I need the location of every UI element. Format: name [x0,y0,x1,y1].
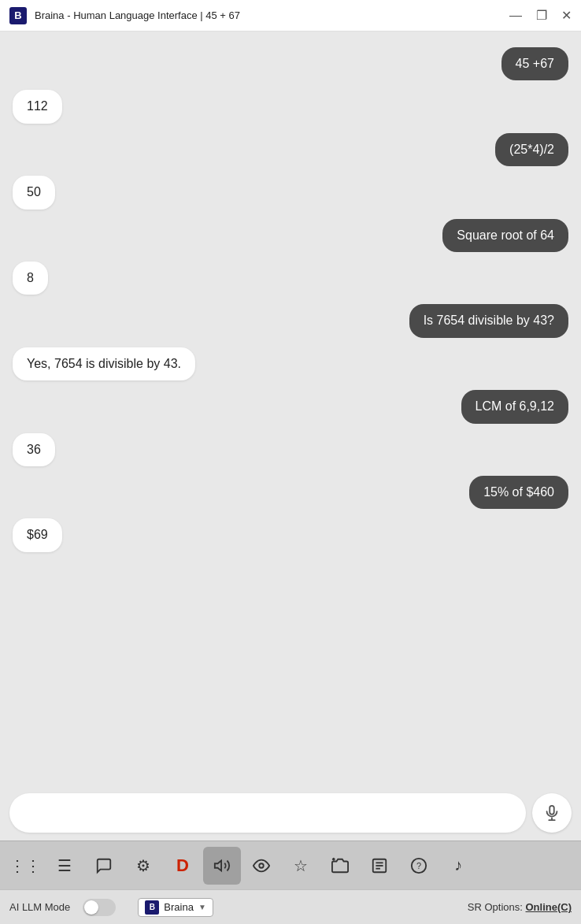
bot-message: Yes, 7654 is divisible by 43. [13,347,195,380]
sr-options: SR Options: Online(C) [468,901,572,913]
music-icon[interactable]: ♪ [439,847,477,885]
message-row: 15% of $460 [13,476,568,509]
user-message: 15% of $460 [469,476,568,509]
bot-message: 112 [13,90,62,123]
message-row: $69 [13,518,568,551]
status-bar: AI LLM Mode B Braina ▼ SR Options: Onlin… [0,889,581,924]
eye-icon[interactable] [242,847,280,885]
message-row: Yes, 7654 is divisible by 43. [13,347,568,380]
sr-options-link[interactable]: Online(C) [526,901,572,913]
svg-text:?: ? [416,860,421,870]
d-icon[interactable]: D [164,847,202,885]
toolbar: ⋮⋮☰⚙D☆?♪ [0,841,581,889]
title-bar-text: Braina - Human Language Interface | 45 +… [35,9,509,21]
message-row: LCM of 6,9,12 [13,390,568,423]
help-icon[interactable]: ? [400,847,438,885]
minimize-button[interactable]: — [509,9,522,23]
user-message: LCM of 6,9,12 [461,390,569,423]
bot-message: 36 [13,433,55,466]
sr-options-label: SR Options: [468,901,523,913]
app-logo: B [9,7,27,24]
drag-handle-icon[interactable]: ⋮⋮ [6,847,44,885]
star-icon[interactable]: ☆ [282,847,320,885]
message-row: 8 [13,262,568,295]
chat-area: 45 +67112(25*4)/250Square root of 648Is … [0,32,581,785]
chat-icon[interactable] [85,847,123,885]
settings-icon[interactable]: ⚙ [124,847,162,885]
notes-icon[interactable] [361,847,398,885]
svg-marker-3 [215,860,221,870]
svg-rect-0 [550,806,554,815]
braina-logo-small: B [145,900,159,915]
input-area [0,785,581,841]
close-button[interactable]: ✕ [561,8,572,23]
ai-mode-label: AI LLM Mode [9,901,70,913]
user-message: 45 +67 [501,47,568,80]
user-message: (25*4)/2 [495,133,568,166]
bot-message: 50 [13,176,55,209]
mic-button[interactable] [532,793,572,833]
title-bar-controls: — ❐ ✕ [509,8,572,23]
camera-icon[interactable] [321,847,359,885]
toggle-knob [84,900,98,915]
message-row: (25*4)/2 [13,133,568,166]
bot-message: $69 [13,518,62,551]
title-bar: B Braina - Human Language Interface | 45… [0,0,581,32]
ai-mode-toggle[interactable] [83,899,116,916]
bot-message: 8 [13,262,48,295]
user-message: Square root of 64 [442,219,568,252]
speaker-icon[interactable] [203,847,241,885]
braina-name: Braina [164,901,194,913]
dropdown-arrow-icon: ▼ [198,903,206,911]
maximize-button[interactable]: ❐ [536,8,547,23]
message-row: 50 [13,176,568,209]
chat-input[interactable] [9,793,526,833]
svg-point-4 [259,863,264,868]
message-row: Is 7654 divisible by 43? [13,304,568,337]
user-message: Is 7654 divisible by 43? [409,304,568,337]
braina-selector[interactable]: B Braina ▼ [138,898,213,917]
message-row: Square root of 64 [13,219,568,252]
message-row: 112 [13,90,568,123]
menu-icon[interactable]: ☰ [46,847,83,885]
message-row: 45 +67 [13,47,568,80]
message-row: 36 [13,433,568,466]
